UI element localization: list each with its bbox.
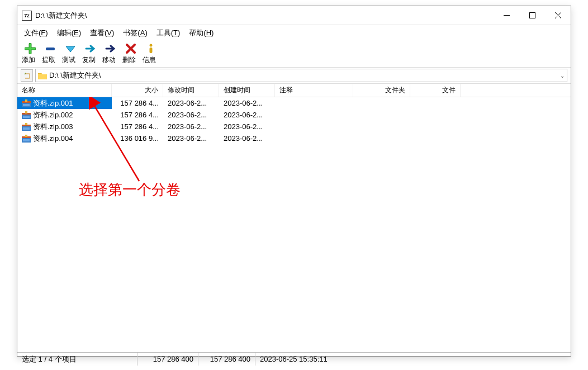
- file-name: 资料.zip.004: [33, 134, 73, 144]
- window-title: D:\ \新建文件夹\: [35, 11, 494, 21]
- svg-rect-6: [150, 48, 153, 53]
- copy-label[interactable]: 复制: [82, 55, 101, 65]
- svg-rect-13: [25, 111, 27, 113]
- add-label[interactable]: 添加: [22, 55, 40, 65]
- minimize-button[interactable]: [494, 6, 519, 25]
- col-size[interactable]: 大小: [112, 84, 163, 97]
- status-selection: 选定 1 / 4 个项目: [17, 353, 137, 366]
- col-name[interactable]: 名称: [17, 84, 112, 97]
- status-size1: 157 286 400: [137, 353, 198, 366]
- menu-view[interactable]: 查看(V): [86, 26, 118, 40]
- file-mtime: 2023-06-2...: [163, 121, 219, 132]
- app-icon: 7z: [22, 11, 32, 21]
- statusbar: 选定 1 / 4 个项目 157 286 400 157 286 400 202…: [17, 352, 571, 366]
- file-size: 136 016 9...: [112, 132, 163, 144]
- file-ctime: 2023-06-2...: [219, 121, 275, 132]
- archive-icon: [22, 135, 31, 143]
- close-button[interactable]: [545, 6, 571, 25]
- menu-file[interactable]: 文件(F): [20, 26, 53, 40]
- file-row[interactable]: 资料.zip.002157 286 4...2023-06-2...2023-0…: [17, 109, 571, 121]
- file-row[interactable]: 资料.zip.003157 286 4...2023-06-2...2023-0…: [17, 121, 571, 132]
- info-icon[interactable]: [145, 43, 157, 54]
- extract-label[interactable]: 提取: [42, 55, 60, 65]
- maximize-button[interactable]: [519, 6, 545, 25]
- move-label[interactable]: 移动: [102, 55, 121, 65]
- file-ctime: 2023-06-2...: [219, 132, 275, 144]
- archive-icon: [22, 99, 31, 107]
- path-text: D:\ \新建文件夹\: [49, 70, 101, 80]
- file-mtime: 2023-06-2...: [163, 109, 219, 121]
- folder-icon: [38, 72, 47, 79]
- test-label[interactable]: 测试: [62, 55, 80, 65]
- col-comment[interactable]: 注释: [275, 84, 353, 97]
- file-list[interactable]: 资料.zip.001157 286 4...2023-06-2...2023-0…: [17, 97, 571, 352]
- dropdown-icon[interactable]: ⌄: [560, 73, 565, 79]
- test-icon[interactable]: [64, 43, 77, 54]
- menu-tools[interactable]: 工具(T): [152, 26, 185, 40]
- column-headers: 名称 大小 修改时间 创建时间 注释 文件夹 文件: [17, 84, 571, 97]
- svg-rect-4: [46, 48, 55, 50]
- svg-point-5: [150, 44, 153, 47]
- copy-icon[interactable]: [84, 43, 97, 54]
- file-row[interactable]: 资料.zip.004136 016 9...2023-06-2...2023-0…: [17, 132, 571, 144]
- menu-edit[interactable]: 编辑(E): [53, 26, 86, 40]
- file-name: 资料.zip.002: [33, 110, 73, 120]
- col-ctime[interactable]: 创建时间: [219, 84, 275, 97]
- file-name: 资料.zip.003: [33, 122, 73, 132]
- svg-rect-21: [25, 135, 27, 137]
- svg-rect-10: [23, 104, 30, 106]
- menu-help[interactable]: 帮助(H): [184, 26, 218, 40]
- svg-rect-17: [25, 123, 27, 125]
- file-mtime: 2023-06-2...: [163, 132, 219, 144]
- menubar: 文件(F) 编辑(E) 查看(V) 书签(A) 工具(T) 帮助(H): [17, 25, 571, 41]
- menu-bookmarks[interactable]: 书签(A): [118, 26, 151, 40]
- main-window: 7z D:\ \新建文件夹\ 文件(F) 编辑(E) 查看(V) 书签(A) 工…: [17, 6, 571, 357]
- pathbar: D:\ \新建文件夹\ ⌄: [17, 67, 571, 84]
- file-mtime: 2023-06-2...: [163, 97, 219, 109]
- info-label[interactable]: 信息: [143, 55, 161, 65]
- svg-rect-1: [529, 13, 535, 18]
- archive-icon: [22, 111, 31, 119]
- status-size2: 157 286 400: [198, 353, 255, 366]
- path-input[interactable]: D:\ \新建文件夹\ ⌄: [35, 69, 567, 82]
- svg-rect-22: [23, 139, 30, 141]
- file-ctime: 2023-06-2...: [219, 97, 275, 109]
- annotation-text: 选择第一个分卷: [79, 180, 181, 200]
- file-ctime: 2023-06-2...: [219, 109, 275, 121]
- svg-rect-18: [23, 127, 30, 130]
- delete-label[interactable]: 删除: [122, 55, 141, 65]
- col-mtime[interactable]: 修改时间: [163, 84, 219, 97]
- col-files[interactable]: 文件: [410, 84, 461, 97]
- status-date: 2023-06-25 15:35:11: [255, 355, 328, 363]
- file-size: 157 286 4...: [112, 121, 163, 132]
- up-button[interactable]: [21, 69, 33, 82]
- titlebar[interactable]: 7z D:\ \新建文件夹\: [17, 6, 571, 25]
- svg-rect-9: [25, 99, 27, 102]
- file-name: 资料.zip.001: [33, 98, 73, 108]
- file-size: 157 286 4...: [112, 97, 163, 109]
- svg-rect-14: [23, 116, 30, 118]
- add-icon[interactable]: [24, 43, 36, 54]
- file-row[interactable]: 资料.zip.001157 286 4...2023-06-2...2023-0…: [17, 97, 571, 109]
- archive-icon: [22, 123, 31, 131]
- extract-icon[interactable]: [44, 43, 56, 54]
- move-icon[interactable]: [105, 43, 117, 54]
- file-size: 157 286 4...: [112, 109, 163, 121]
- col-folders[interactable]: 文件夹: [353, 84, 410, 97]
- toolbar: 添加 提取 测试 复制 移动 删除 信息: [17, 41, 571, 67]
- delete-icon[interactable]: [125, 43, 137, 54]
